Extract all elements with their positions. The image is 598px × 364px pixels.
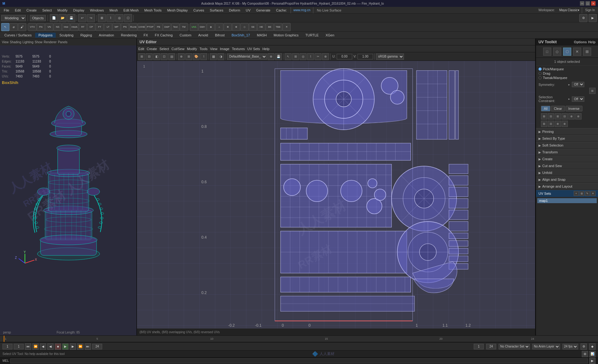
lt-btn[interactable]: LT	[104, 23, 112, 31]
vertex-btn[interactable]: VTX	[28, 23, 36, 31]
sel-icon8[interactable]: ⊟	[548, 121, 554, 127]
uv-sel-btn3[interactable]: ◎	[300, 53, 306, 60]
uv-set-delete-icon[interactable]: ✕	[591, 191, 596, 196]
anim-settings-btn[interactable]: ⚙	[581, 343, 587, 350]
uv-menu-tools[interactable]: Tools	[200, 47, 208, 51]
uv-set-rename-icon[interactable]: ✎	[585, 191, 590, 196]
mp-btn[interactable]: MP	[112, 23, 121, 31]
uv-icon2[interactable]: GM+	[198, 23, 206, 31]
mel-input[interactable]	[10, 358, 588, 363]
create-section-header[interactable]: ▶ Create	[536, 156, 598, 162]
minimize-button[interactable]: ─	[580, 1, 584, 6]
redo-btn[interactable]: ↪	[87, 14, 95, 22]
tab-rendering[interactable]: Rendering	[118, 33, 140, 38]
uv-view-btn5[interactable]: ▤	[168, 53, 175, 60]
fn-btn[interactable]: FN	[37, 23, 45, 31]
uv-view-btn1[interactable]: ⊞	[138, 53, 145, 60]
uv-icon4[interactable]: ⌂	[215, 23, 223, 31]
ptop-btn[interactable]: PTOP	[146, 23, 154, 31]
render-settings-btn[interactable]: ⚙	[579, 14, 587, 22]
soft-selection-section-header[interactable]: ▶ Soft Selection	[536, 142, 598, 149]
menu-display[interactable]: Display	[71, 8, 87, 13]
uv-menu-select[interactable]: Select	[159, 47, 169, 51]
snap-curve-btn[interactable]: ⌇	[107, 14, 115, 22]
uv-set-map1[interactable]: map1	[537, 198, 597, 203]
view-menu[interactable]: View	[2, 40, 9, 44]
mode-select[interactable]: Modeling	[1, 15, 26, 21]
uv-view-btn4[interactable]: ⊡	[161, 53, 168, 60]
uv-sel-btn1[interactable]: ↖	[285, 53, 292, 60]
close-button[interactable]: ✕	[591, 1, 596, 6]
uv-color-btn[interactable]: 🎨	[193, 53, 200, 60]
range-end-input[interactable]	[92, 344, 102, 349]
menu-curves[interactable]: Curves	[191, 8, 207, 13]
menu-create[interactable]: Create	[24, 8, 39, 13]
uv-menu-view[interactable]: View	[210, 47, 217, 51]
menu-modify[interactable]: Modify	[55, 8, 70, 13]
uv-material-btn[interactable]: ⊕	[268, 53, 274, 60]
render-btn[interactable]: ▶	[589, 14, 597, 22]
snap-grid-btn[interactable]: ⊞	[98, 14, 106, 22]
align-and-snap-section-header[interactable]: ▶ Align and Snap	[536, 176, 598, 183]
menu-edit[interactable]: Edit	[12, 8, 23, 13]
fps-select[interactable]: 24 fps	[562, 344, 578, 349]
frame-start-input[interactable]	[474, 344, 484, 349]
menu-mesh[interactable]: Mesh	[107, 8, 120, 13]
symmetry-dropdown[interactable]: Off	[572, 82, 584, 87]
tab-custom[interactable]: Custom	[177, 33, 195, 38]
menu-mesh-display[interactable]: Mesh Display	[165, 8, 190, 13]
uv-menu-cutsew[interactable]: Cut/Sew	[172, 47, 185, 51]
sel-icon5[interactable]: ⊕	[568, 113, 575, 119]
status-icon1[interactable]: ⊞	[582, 351, 588, 357]
ns-btn[interactable]: NS	[54, 23, 62, 31]
snap-surface-btn[interactable]: ⬡	[124, 14, 132, 22]
show-menu[interactable]: Show	[35, 40, 42, 44]
selection-constraint-dropdown[interactable]: Off	[572, 96, 584, 102]
uv-sel-btn4[interactable]: ⌇	[307, 53, 314, 60]
undo-btn[interactable]: ↩	[78, 14, 86, 22]
new-scene-btn[interactable]: 📄	[50, 14, 58, 22]
gamma-select[interactable]: sRGB gamma	[376, 54, 404, 60]
uv-sel-btn6[interactable]: ⊗	[322, 53, 329, 60]
sel-icon4[interactable]: ⊟	[562, 113, 568, 119]
tab-animation[interactable]: Animation	[96, 33, 117, 38]
transform-section-header[interactable]: ▶ Transform	[536, 149, 598, 156]
uv-menu-help[interactable]: Help	[262, 47, 269, 51]
uv-snap-btn[interactable]: ⊕	[178, 53, 185, 60]
range-start-input[interactable]	[2, 344, 12, 349]
save-btn[interactable]: 💾	[67, 14, 75, 22]
menu-windows[interactable]: Windows	[88, 8, 107, 13]
select-tool-btn[interactable]: ↖	[1, 23, 9, 31]
tab-arnold[interactable]: Arnold	[195, 33, 211, 38]
tab-sculpting[interactable]: Sculpting	[56, 33, 77, 38]
renderer-menu[interactable]: Renderer	[44, 40, 57, 44]
maximize-button[interactable]: □	[586, 1, 590, 6]
uv-save-btn[interactable]: 💾	[275, 53, 282, 60]
uv-checker-btn[interactable]: ▩	[210, 53, 217, 60]
menu-uv[interactable]: UV	[243, 8, 253, 13]
tweak-marquee-radio[interactable]: Tweak/Marquee	[539, 76, 596, 80]
options-tab[interactable]: Options	[574, 40, 587, 44]
hist-btn[interactable]: Hist	[62, 23, 70, 31]
uv-set-copy-icon[interactable]: ⊞	[579, 191, 584, 196]
go-start-btn[interactable]: ⏮	[25, 343, 31, 350]
tab-fx[interactable]: FX	[140, 33, 151, 38]
tk-icon-diamond[interactable]: ◇	[553, 48, 561, 56]
uv-menu-textures[interactable]: Textures	[232, 47, 245, 51]
uv-menu-modify[interactable]: Modify	[187, 47, 197, 51]
cp-btn[interactable]: CP	[87, 23, 95, 31]
uv-icon3[interactable]: ◈	[207, 23, 215, 31]
paint-select-btn[interactable]: 🖌	[18, 23, 26, 31]
play-fwd-btn[interactable]: ▶	[62, 343, 69, 350]
rt-btn[interactable]: RT	[79, 23, 87, 31]
menu-cache[interactable]: Cache:	[273, 8, 289, 13]
status-icon2[interactable]: 📊	[589, 351, 596, 357]
sel-icon6[interactable]: ⊗	[575, 113, 581, 119]
uv-icon1[interactable]: UV1	[190, 23, 198, 31]
uv-menu-create[interactable]: Create	[147, 47, 157, 51]
play-back-btn[interactable]: ◀	[47, 343, 54, 350]
pb-btn[interactable]: PB	[154, 23, 163, 31]
uv-icon6[interactable]: ⊗	[232, 23, 240, 31]
tab-boxshih[interactable]: BoxShih_17	[228, 33, 253, 38]
uv-sel-btn5[interactable]: ✂	[315, 53, 321, 60]
